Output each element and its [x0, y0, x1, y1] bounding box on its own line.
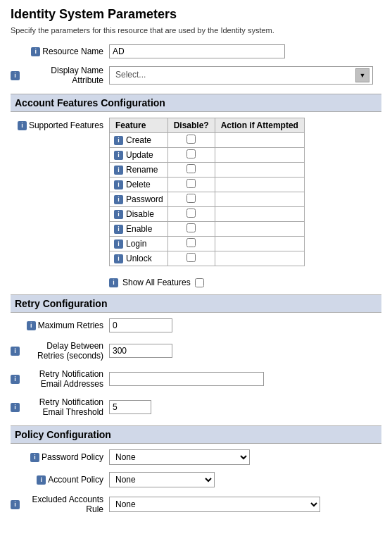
col-disable: Disable?	[167, 118, 215, 133]
disable-cell	[167, 133, 215, 148]
feature-info-icon-1[interactable]: i	[114, 151, 123, 160]
disable-checkbox-3[interactable]	[186, 179, 196, 188]
feature-info-icon-7[interactable]: i	[114, 239, 123, 249]
disable-checkbox-8[interactable]	[186, 253, 196, 262]
disable-cell	[167, 148, 215, 163]
resource-name-info-icon[interactable]: i	[31, 47, 40, 56]
feature-info-icon-6[interactable]: i	[114, 225, 123, 234]
account-policy-row: i Account Policy None	[11, 471, 381, 489]
feature-info-icon-2[interactable]: i	[114, 166, 123, 175]
feature-info-icon-3[interactable]: i	[114, 180, 123, 189]
account-policy-label-text: Account Policy	[48, 475, 103, 485]
feature-row: i Unlock	[110, 251, 305, 266]
excluded-accounts-label-text: Excluded Accounts Rule	[22, 494, 103, 514]
password-policy-select[interactable]: None	[109, 449, 250, 465]
excluded-accounts-info-icon[interactable]: i	[11, 500, 20, 509]
email-input[interactable]	[109, 372, 264, 386]
feature-name-3: Delete	[126, 180, 151, 189]
supported-features-row: i Supported Features Feature Disable? Ac…	[11, 116, 381, 273]
supported-features-info-icon[interactable]: i	[18, 121, 27, 130]
feature-row: i Delete	[110, 178, 305, 192]
feature-row: i Login	[110, 237, 305, 251]
action-cell	[215, 222, 304, 237]
disable-checkbox-0[interactable]	[186, 135, 196, 144]
feature-name-2: Rename	[126, 165, 158, 175]
max-retries-label: i Maximum Retries	[11, 321, 109, 330]
page-subtitle: Specify the parameters for this resource…	[11, 26, 381, 35]
excluded-accounts-select[interactable]: None	[109, 497, 320, 512]
disable-checkbox-2[interactable]	[186, 164, 196, 173]
delay-input[interactable]	[109, 344, 172, 358]
account-features-section-header: Account Features Configuration	[11, 94, 381, 112]
show-all-info-icon[interactable]: i	[109, 278, 118, 287]
resource-name-label: i Resource Name	[11, 46, 109, 56]
disable-cell	[167, 163, 215, 178]
action-cell	[215, 237, 304, 251]
password-policy-label-text: Password Policy	[42, 452, 103, 462]
action-cell	[215, 192, 304, 207]
max-retries-label-text: Maximum Retries	[38, 321, 103, 330]
feature-info-icon-0[interactable]: i	[114, 136, 123, 145]
show-all-label: Show All Features	[122, 278, 191, 287]
supported-features-label-text: Supported Features	[29, 120, 103, 130]
disable-checkbox-5[interactable]	[186, 209, 196, 218]
supported-features-label: i Supported Features	[11, 120, 109, 130]
feature-name-1: Update	[126, 150, 153, 160]
resource-name-label-text: Resource Name	[42, 46, 103, 56]
password-policy-row: i Password Policy None	[11, 448, 381, 466]
feature-info-icon-5[interactable]: i	[114, 210, 123, 219]
max-retries-input[interactable]	[109, 318, 172, 332]
feature-name-6: Enable	[126, 224, 152, 234]
display-name-row: i Display Name Attribute Select... ▼	[11, 64, 381, 87]
feature-name-4: Password	[126, 194, 163, 204]
max-retries-info-icon[interactable]: i	[27, 321, 36, 330]
feature-info-icon-8[interactable]: i	[114, 254, 123, 263]
feature-row: i Update	[110, 148, 305, 163]
disable-cell	[167, 251, 215, 266]
disable-checkbox-7[interactable]	[186, 238, 196, 247]
page-title: Identity System Parameters	[11, 7, 381, 22]
retry-section: i Maximum Retries i Delay Between Retrie…	[11, 317, 381, 418]
email-info-icon[interactable]: i	[11, 375, 20, 384]
disable-cell	[167, 178, 215, 192]
account-policy-label: i Account Policy	[11, 475, 109, 485]
delay-info-icon[interactable]: i	[11, 347, 20, 356]
policy-section-header: Policy Configuration	[11, 425, 381, 444]
action-cell	[215, 133, 304, 148]
threshold-info-icon[interactable]: i	[11, 403, 20, 412]
display-name-label-text: Display Name Attribute	[22, 66, 103, 85]
password-policy-info-icon[interactable]: i	[30, 453, 39, 462]
show-all-row: i Show All Features	[109, 278, 381, 287]
retry-section-header: Retry Configuration	[11, 294, 381, 313]
disable-checkbox-4[interactable]	[186, 194, 196, 203]
feature-row: i Enable	[110, 222, 305, 237]
action-cell	[215, 251, 304, 266]
action-cell	[215, 163, 304, 178]
display-name-info-icon[interactable]: i	[11, 71, 20, 80]
disable-checkbox-6[interactable]	[186, 223, 196, 232]
account-policy-select[interactable]: None	[109, 472, 215, 487]
display-name-dropdown-arrow[interactable]: ▼	[355, 68, 369, 82]
disable-checkbox-1[interactable]	[186, 149, 196, 158]
display-name-label: i Display Name Attribute	[11, 66, 109, 85]
resource-name-row: i Resource Name	[11, 43, 381, 60]
features-table-container: Feature Disable? Action if Attempted i C…	[109, 118, 305, 266]
disable-cell	[167, 207, 215, 222]
col-action: Action if Attempted	[215, 118, 304, 133]
disable-cell	[167, 222, 215, 237]
feature-name-5: Disable	[126, 209, 154, 219]
account-policy-info-icon[interactable]: i	[37, 475, 46, 485]
threshold-label: i Retry Notification Email Threshold	[11, 397, 109, 417]
feature-row: i Create	[110, 133, 305, 148]
resource-name-input[interactable]	[109, 44, 285, 58]
delay-label: i Delay Between Retries (seconds)	[11, 341, 109, 361]
show-all-checkbox[interactable]	[195, 278, 204, 287]
action-cell	[215, 207, 304, 222]
display-name-select[interactable]: Select... ▼	[109, 66, 373, 85]
feature-info-icon-4[interactable]: i	[114, 195, 123, 204]
email-label: i Retry Notification Email Addresses	[11, 369, 109, 389]
threshold-input[interactable]	[109, 400, 151, 414]
disable-cell	[167, 192, 215, 207]
feature-row: i Disable	[110, 207, 305, 222]
password-policy-label: i Password Policy	[11, 452, 109, 462]
